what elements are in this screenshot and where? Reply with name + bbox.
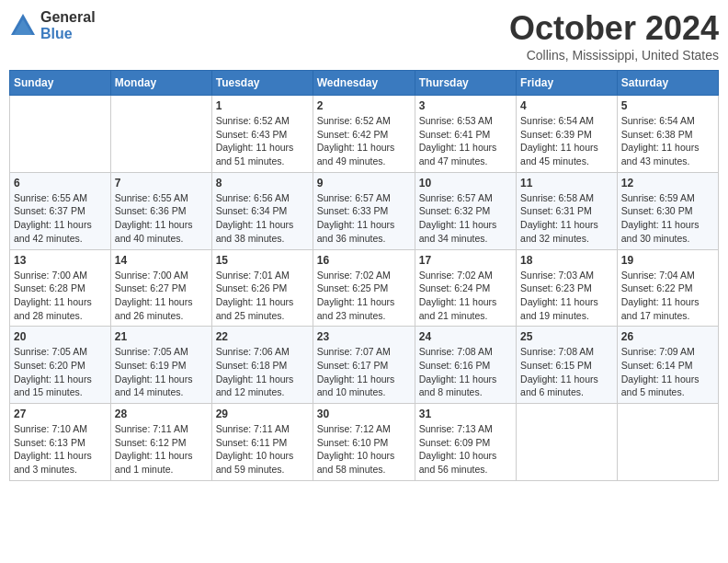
day-number: 31 (419, 408, 512, 420)
table-row: 17Sunrise: 7:02 AMSunset: 6:24 PMDayligh… (415, 249, 516, 327)
table-row: 4Sunrise: 6:54 AMSunset: 6:39 PMDaylight… (517, 96, 618, 173)
day-number: 21 (115, 330, 208, 343)
page-header: General Blue October 2024 Collins, Missi… (9, 9, 719, 63)
logo-text: General Blue (40, 9, 96, 41)
day-info: Sunrise: 7:07 AMSunset: 6:17 PMDaylight:… (317, 345, 411, 399)
table-row: 15Sunrise: 7:01 AMSunset: 6:26 PMDayligh… (211, 249, 313, 327)
day-number: 27 (14, 408, 107, 420)
day-info: Sunrise: 7:10 AMSunset: 6:13 PMDaylight:… (14, 422, 107, 477)
day-info: Sunrise: 7:08 AMSunset: 6:15 PMDaylight:… (520, 345, 613, 399)
day-info: Sunrise: 7:00 AMSunset: 6:27 PMDaylight:… (115, 269, 208, 323)
calendar-header-row: Sunday Monday Tuesday Wednesday Thursday… (10, 71, 719, 96)
table-row: 7Sunrise: 6:55 AMSunset: 6:36 PMDaylight… (110, 172, 211, 249)
day-info: Sunrise: 6:57 AMSunset: 6:32 PMDaylight:… (419, 191, 512, 246)
col-friday: Friday (517, 71, 618, 96)
table-row: 11Sunrise: 6:58 AMSunset: 6:31 PMDayligh… (517, 172, 618, 249)
month-title: October 2024 (509, 9, 719, 48)
day-number: 5 (621, 99, 714, 112)
day-info: Sunrise: 7:02 AMSunset: 6:25 PMDaylight:… (317, 269, 411, 323)
day-number: 17 (419, 254, 512, 267)
table-row (617, 404, 718, 481)
table-row: 10Sunrise: 6:57 AMSunset: 6:32 PMDayligh… (415, 172, 516, 249)
day-number: 12 (621, 177, 714, 190)
day-info: Sunrise: 6:53 AMSunset: 6:41 PMDaylight:… (419, 114, 512, 168)
day-number: 18 (520, 254, 613, 267)
day-number: 23 (317, 330, 411, 343)
day-info: Sunrise: 7:05 AMSunset: 6:20 PMDaylight:… (14, 345, 107, 399)
day-number: 8 (216, 177, 309, 190)
day-number: 29 (216, 408, 309, 420)
logo: General Blue (9, 9, 96, 41)
day-info: Sunrise: 7:11 AMSunset: 6:12 PMDaylight:… (115, 422, 208, 477)
day-info: Sunrise: 7:04 AMSunset: 6:22 PMDaylight:… (621, 269, 714, 323)
day-info: Sunrise: 7:11 AMSunset: 6:11 PMDaylight:… (216, 422, 309, 477)
col-tuesday: Tuesday (211, 71, 313, 96)
day-info: Sunrise: 6:52 AMSunset: 6:42 PMDaylight:… (317, 114, 411, 168)
col-sunday: Sunday (10, 71, 111, 96)
table-row: 3Sunrise: 6:53 AMSunset: 6:41 PMDaylight… (415, 96, 516, 173)
day-info: Sunrise: 7:12 AMSunset: 6:10 PMDaylight:… (317, 422, 411, 477)
day-number: 6 (14, 177, 107, 190)
table-row: 16Sunrise: 7:02 AMSunset: 6:25 PMDayligh… (313, 249, 415, 327)
table-row: 14Sunrise: 7:00 AMSunset: 6:27 PMDayligh… (110, 249, 211, 327)
day-number: 14 (115, 254, 208, 267)
table-row: 24Sunrise: 7:08 AMSunset: 6:16 PMDayligh… (415, 327, 516, 404)
day-info: Sunrise: 6:55 AMSunset: 6:36 PMDaylight:… (115, 191, 208, 246)
table-row: 6Sunrise: 6:55 AMSunset: 6:37 PMDaylight… (10, 172, 111, 249)
table-row: 22Sunrise: 7:06 AMSunset: 6:18 PMDayligh… (211, 327, 313, 404)
calendar-week-row: 20Sunrise: 7:05 AMSunset: 6:20 PMDayligh… (10, 327, 719, 404)
table-row: 8Sunrise: 6:56 AMSunset: 6:34 PMDaylight… (211, 172, 313, 249)
location-title: Collins, Mississippi, United States (509, 48, 719, 63)
col-wednesday: Wednesday (313, 71, 415, 96)
logo-icon (9, 12, 37, 40)
table-row: 23Sunrise: 7:07 AMSunset: 6:17 PMDayligh… (313, 327, 415, 404)
calendar-week-row: 6Sunrise: 6:55 AMSunset: 6:37 PMDaylight… (10, 172, 719, 249)
day-number: 24 (419, 330, 512, 343)
day-info: Sunrise: 6:54 AMSunset: 6:39 PMDaylight:… (520, 114, 613, 168)
day-number: 20 (14, 330, 107, 343)
table-row: 18Sunrise: 7:03 AMSunset: 6:23 PMDayligh… (517, 249, 618, 327)
table-row: 19Sunrise: 7:04 AMSunset: 6:22 PMDayligh… (617, 249, 718, 327)
day-number: 13 (14, 254, 107, 267)
day-number: 25 (520, 330, 613, 343)
day-number: 4 (520, 99, 613, 112)
day-info: Sunrise: 7:05 AMSunset: 6:19 PMDaylight:… (115, 345, 208, 399)
day-info: Sunrise: 6:56 AMSunset: 6:34 PMDaylight:… (216, 191, 309, 246)
table-row: 1Sunrise: 6:52 AMSunset: 6:43 PMDaylight… (211, 96, 313, 173)
table-row: 27Sunrise: 7:10 AMSunset: 6:13 PMDayligh… (10, 404, 111, 481)
col-thursday: Thursday (415, 71, 516, 96)
day-info: Sunrise: 7:13 AMSunset: 6:09 PMDaylight:… (419, 422, 512, 477)
day-number: 9 (317, 177, 411, 190)
day-number: 3 (419, 99, 512, 112)
table-row: 25Sunrise: 7:08 AMSunset: 6:15 PMDayligh… (517, 327, 618, 404)
day-info: Sunrise: 7:09 AMSunset: 6:14 PMDaylight:… (621, 345, 714, 399)
table-row: 12Sunrise: 6:59 AMSunset: 6:30 PMDayligh… (617, 172, 718, 249)
day-number: 28 (115, 408, 208, 420)
day-number: 15 (216, 254, 309, 267)
day-number: 10 (419, 177, 512, 190)
day-info: Sunrise: 7:01 AMSunset: 6:26 PMDaylight:… (216, 269, 309, 323)
calendar-week-row: 1Sunrise: 6:52 AMSunset: 6:43 PMDaylight… (10, 96, 719, 173)
col-monday: Monday (110, 71, 211, 96)
table-row: 2Sunrise: 6:52 AMSunset: 6:42 PMDaylight… (313, 96, 415, 173)
table-row: 5Sunrise: 6:54 AMSunset: 6:38 PMDaylight… (617, 96, 718, 173)
day-info: Sunrise: 6:52 AMSunset: 6:43 PMDaylight:… (216, 114, 309, 168)
day-number: 19 (621, 254, 714, 267)
calendar-week-row: 13Sunrise: 7:00 AMSunset: 6:28 PMDayligh… (10, 249, 719, 327)
table-row: 29Sunrise: 7:11 AMSunset: 6:11 PMDayligh… (211, 404, 313, 481)
day-number: 22 (216, 330, 309, 343)
table-row: 26Sunrise: 7:09 AMSunset: 6:14 PMDayligh… (617, 327, 718, 404)
day-info: Sunrise: 6:59 AMSunset: 6:30 PMDaylight:… (621, 191, 714, 246)
day-number: 30 (317, 408, 411, 420)
day-info: Sunrise: 6:54 AMSunset: 6:38 PMDaylight:… (621, 114, 714, 168)
day-number: 7 (115, 177, 208, 190)
day-info: Sunrise: 7:08 AMSunset: 6:16 PMDaylight:… (419, 345, 512, 399)
day-number: 16 (317, 254, 411, 267)
day-number: 2 (317, 99, 411, 112)
day-info: Sunrise: 6:58 AMSunset: 6:31 PMDaylight:… (520, 191, 613, 246)
day-info: Sunrise: 6:57 AMSunset: 6:33 PMDaylight:… (317, 191, 411, 246)
table-row (110, 96, 211, 173)
day-number: 1 (216, 99, 309, 112)
title-area: October 2024 Collins, Mississippi, Unite… (509, 9, 719, 63)
table-row: 30Sunrise: 7:12 AMSunset: 6:10 PMDayligh… (313, 404, 415, 481)
